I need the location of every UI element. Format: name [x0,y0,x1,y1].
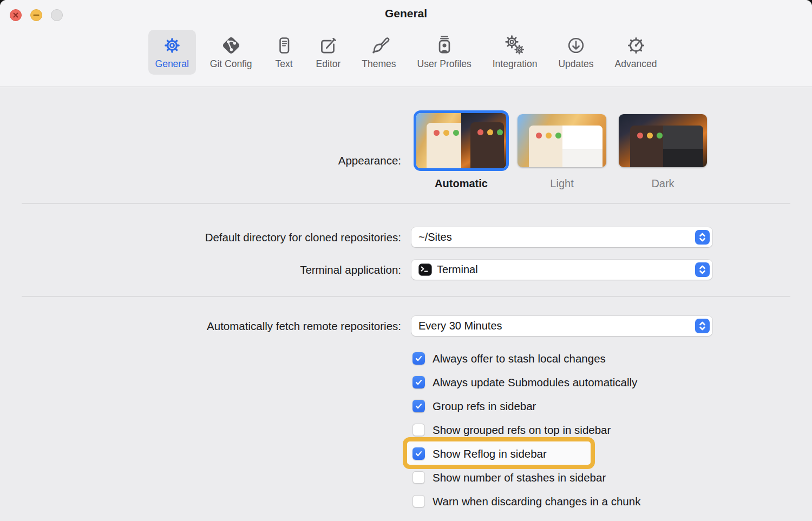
double-gear-icon [503,32,527,58]
appearance-option-dark[interactable] [619,114,707,167]
auto-fetch-label: Automatically fetch remote repositories: [207,319,401,333]
checkbox-label[interactable]: Show grouped refs on top in sidebar [433,424,611,437]
tab-label: Text [276,58,293,70]
checkbox-row-warn-discard: Warn when discarding changes in a chunk [412,494,640,508]
tab-label: Updates [558,58,593,70]
checkbox-label[interactable]: Always offer to stash local changes [433,352,606,365]
gear-icon [161,32,184,58]
auto-fetch-select[interactable]: Every 30 Minutes [411,316,712,336]
appearance-label-dark[interactable]: Dark [619,177,707,190]
checkbox-label[interactable]: Group refs in sidebar [433,400,536,413]
window-title: General [0,7,812,20]
checkbox-unchecked[interactable] [412,471,425,484]
appearance-label-light[interactable]: Light [518,177,606,190]
appearance-label-automatic[interactable]: Automatic [414,177,509,190]
terminal-application-select[interactable]: Terminal [411,260,712,280]
download-circle-icon [565,32,587,58]
terminal-application-label: Terminal application: [300,263,401,276]
tab-label: Editor [316,58,341,70]
user-card-icon [433,32,456,58]
preferences-toolbar: General Git Config [0,30,812,75]
edit-pencil-icon [317,32,339,58]
checkbox-row-stash: Always offer to stash local changes [412,352,606,365]
tab-user-profiles[interactable]: User Profiles [410,30,479,75]
checkbox-checked[interactable] [412,400,425,412]
checkbox-row-submodules: Always update Submodules automatically [412,375,637,389]
select-value: ~/Sites [418,231,452,243]
preferences-window: General General [0,0,812,521]
tab-updates[interactable]: Updates [551,30,600,75]
tab-label: User Profiles [417,58,472,70]
tab-label: General [155,58,189,70]
appearance-option-automatic[interactable] [414,110,509,171]
stepper-chevrons-icon[interactable] [695,230,710,245]
tab-themes[interactable]: Themes [355,30,403,75]
tab-label: Themes [362,58,396,70]
tab-label: Git Config [210,58,252,70]
separator [22,296,790,297]
terminal-app-icon [418,263,432,276]
checkbox-unchecked[interactable] [412,424,425,436]
tab-label: Integration [493,58,538,70]
select-value: Terminal [437,263,478,276]
checkbox-unchecked[interactable] [412,495,425,507]
checkbox-label[interactable]: Show Reflog in sidebar [433,447,547,460]
separator [22,203,790,204]
tab-advanced[interactable]: Advanced [608,30,664,75]
appearance-label: Appearance: [338,154,401,167]
appearance-option-light[interactable] [518,114,606,167]
tab-label: Advanced [615,58,657,70]
text-document-icon [273,32,295,58]
git-logo-icon [219,32,243,58]
titlebar: General General [0,0,812,87]
checkbox-row-stash-count: Show number of stashes in sidebar [412,471,606,484]
paintbrush-icon [367,32,391,58]
tab-text[interactable]: Text [266,30,302,75]
checkbox-label[interactable]: Always update Submodules automatically [433,376,637,389]
checkbox-label[interactable]: Show number of stashes in sidebar [433,471,606,484]
checkbox-row-grouped-refs-top: Show grouped refs on top in sidebar [412,423,611,437]
tab-general[interactable]: General [148,30,196,75]
checkbox-checked[interactable] [412,376,425,388]
checkbox-row-group-refs: Group refs in sidebar [412,399,536,413]
tab-git-config[interactable]: Git Config [203,30,259,75]
checkbox-row-show-reflog: Show Reflog in sidebar [412,447,547,460]
default-directory-select[interactable]: ~/Sites [411,227,712,247]
stepper-chevrons-icon[interactable] [695,319,710,333]
checkbox-label[interactable]: Warn when discarding changes in a chunk [433,495,640,508]
stepper-chevrons-icon[interactable] [695,262,710,277]
select-value: Every 30 Minutes [418,320,502,332]
default-directory-label: Default directory for cloned repositorie… [205,230,401,244]
tab-integration[interactable]: Integration [486,30,545,75]
advanced-gear-icon [624,32,648,58]
checkbox-checked[interactable] [412,352,425,365]
checkbox-checked[interactable] [412,447,425,460]
tab-editor[interactable]: Editor [309,30,348,75]
